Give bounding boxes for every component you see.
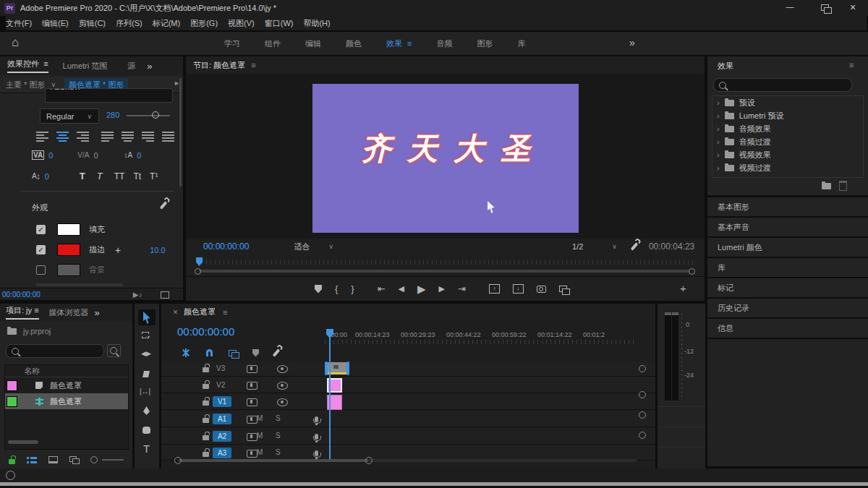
menu-help[interactable]: 帮助(H) xyxy=(303,18,330,29)
workspace-overflow-icon[interactable]: » xyxy=(629,37,635,48)
justify-last-center-button[interactable] xyxy=(122,132,134,142)
icon-view-button[interactable] xyxy=(48,456,58,463)
effect-controls-timecode[interactable]: 00:00:00:00 xyxy=(0,291,41,299)
add-marker-icon[interactable] xyxy=(252,349,259,357)
chevron-right-icon[interactable]: › xyxy=(717,98,720,107)
kerning-value[interactable]: 0 xyxy=(93,151,98,160)
comparison-view-button[interactable] xyxy=(559,286,567,292)
project-overflow-icon[interactable]: » xyxy=(95,307,100,318)
panel-history[interactable]: 历史记录 xyxy=(707,299,868,317)
program-monitor-title[interactable]: 节目: 颜色遮罩 xyxy=(186,60,245,71)
track-label-v3[interactable]: V3 xyxy=(216,364,225,372)
snap-icon[interactable] xyxy=(206,349,213,356)
razor-tool[interactable] xyxy=(142,370,150,379)
step-back-button[interactable]: ◀ xyxy=(399,284,404,294)
close-button[interactable]: × xyxy=(842,1,864,13)
track-resize-handle[interactable] xyxy=(639,432,646,439)
workspace-tab-assembly[interactable]: 组件 xyxy=(265,38,281,49)
track-label-v2[interactable]: V2 xyxy=(216,381,225,389)
project-menu-icon[interactable]: ≡ xyxy=(34,306,38,314)
toggle-output-icon[interactable] xyxy=(277,398,288,406)
sync-lock-icon[interactable] xyxy=(247,365,258,373)
panel-essential-graphics[interactable]: 基本图形 xyxy=(707,197,868,216)
effect-controls-scrollbar[interactable] xyxy=(179,78,182,187)
name-column-header[interactable]: 名称 xyxy=(5,366,40,377)
mute-button[interactable]: M xyxy=(257,432,263,440)
chevron-down-icon[interactable]: ∨ xyxy=(51,81,56,88)
zoom-level-select[interactable]: 适合∨ xyxy=(294,241,333,252)
menu-clip[interactable]: 剪辑(C) xyxy=(79,18,106,29)
sync-lock-icon[interactable] xyxy=(247,433,258,441)
panel-menu-icon[interactable]: ≡ xyxy=(43,59,48,68)
track-select-forward-tool[interactable]: → xyxy=(142,331,151,339)
project-search-input[interactable] xyxy=(6,344,104,358)
hscroll-handle-right[interactable] xyxy=(365,457,373,464)
effects-tree-presets[interactable]: ›预设 xyxy=(712,96,863,109)
minimize-button[interactable]: — xyxy=(778,2,802,11)
track-label-a1[interactable]: A1 xyxy=(213,414,231,424)
linked-selection-icon[interactable] xyxy=(229,350,237,356)
tracking-value[interactable]: 0 xyxy=(48,151,53,160)
restore-button[interactable] xyxy=(813,4,838,14)
font-family-field[interactable]: FZShuTi xyxy=(45,88,173,103)
mark-in-button[interactable]: { xyxy=(335,283,338,294)
workspace-tab-color[interactable]: 颜色 xyxy=(346,38,362,49)
clip-trim-handle-right[interactable] xyxy=(346,361,349,375)
baseline-shift-value[interactable]: 0 xyxy=(45,172,49,181)
sync-lock-icon[interactable] xyxy=(247,398,258,406)
stroke-checkbox[interactable]: ✓ xyxy=(36,245,46,254)
timeline-hscrollbar[interactable] xyxy=(174,457,637,466)
justify-last-right-button[interactable] xyxy=(142,132,154,142)
track-v3[interactable]: V3 xyxy=(161,361,655,377)
workspace-tab-editing[interactable]: 编辑 xyxy=(305,38,321,49)
stroke-width-value[interactable]: 10.0 xyxy=(150,246,165,254)
voiceover-record-icon[interactable] xyxy=(315,450,318,456)
timeline-settings-icon[interactable] xyxy=(273,348,281,357)
track-label-a2[interactable]: A2 xyxy=(213,431,231,442)
panel-libraries[interactable]: 库 xyxy=(707,258,868,277)
background-checkbox[interactable] xyxy=(36,265,46,275)
timeline-timecode[interactable]: 00:00:00:00 xyxy=(177,325,234,338)
tab-project[interactable]: 项目: jy ≡ xyxy=(6,305,39,320)
font-size-slider-handle[interactable] xyxy=(152,111,159,119)
freeform-view-button[interactable] xyxy=(69,456,79,463)
solo-button[interactable]: S xyxy=(276,432,281,440)
monitor-time-ruler[interactable] xyxy=(193,257,697,265)
slip-tool[interactable]: |↔| xyxy=(140,388,150,395)
zoom-slider-track[interactable] xyxy=(102,459,124,461)
pen-tool[interactable] xyxy=(143,406,150,416)
project-item-color-matte[interactable]: 颜色遮罩 xyxy=(5,377,128,393)
search-bin-button[interactable] xyxy=(107,344,121,357)
new-bin-button[interactable] xyxy=(822,183,831,189)
effects-search-input[interactable] xyxy=(713,78,852,92)
monitor-scrollbar[interactable] xyxy=(195,268,695,274)
effects-panel-title[interactable]: 效果 xyxy=(707,61,733,72)
timeline-ruler[interactable]: :00:00 00:00:14:23 00:00:29:23 00:00:44:… xyxy=(325,328,655,345)
menu-file[interactable]: 文件(F) xyxy=(6,18,32,29)
menu-sequence[interactable]: 序列(S) xyxy=(116,18,142,29)
add-stroke-button[interactable]: + xyxy=(115,244,121,256)
add-marker-button[interactable] xyxy=(315,285,322,294)
sequence-tab[interactable]: 颜色遮罩 xyxy=(184,307,216,317)
lock-icon[interactable] xyxy=(203,452,209,457)
track-a1[interactable]: A1 M S xyxy=(161,411,655,427)
workspace-tab-effects[interactable]: 效果 xyxy=(386,38,402,49)
menu-edit[interactable]: 编辑(E) xyxy=(42,18,69,29)
align-right-button[interactable] xyxy=(77,132,89,142)
extract-button[interactable]: ↑ xyxy=(513,284,524,294)
selection-tool[interactable] xyxy=(138,309,156,325)
monitor-playhead[interactable] xyxy=(196,257,203,266)
font-size-value[interactable]: 280 xyxy=(106,111,119,119)
faux-bold-button[interactable]: T xyxy=(80,171,85,181)
track-target-select[interactable]: 主要 * 图形 xyxy=(0,80,45,90)
effects-tree-lumetri-presets[interactable]: ›Lumetri 预设 xyxy=(712,109,863,122)
tab-lumetri-scopes[interactable]: Lumetri 范围 xyxy=(63,61,108,72)
track-resize-handle[interactable] xyxy=(639,391,646,398)
tab-effect-controls[interactable]: 效果控件 ≡ xyxy=(7,59,48,73)
track-v1[interactable]: V1 xyxy=(161,394,655,410)
lock-icon[interactable] xyxy=(203,435,209,440)
workspace-tab-learning[interactable]: 学习 xyxy=(224,38,240,49)
workspace-tab-audio[interactable]: 音频 xyxy=(436,38,452,49)
ripple-edit-tool[interactable]: ◀▶ xyxy=(141,350,151,357)
align-center-button[interactable] xyxy=(56,132,69,142)
